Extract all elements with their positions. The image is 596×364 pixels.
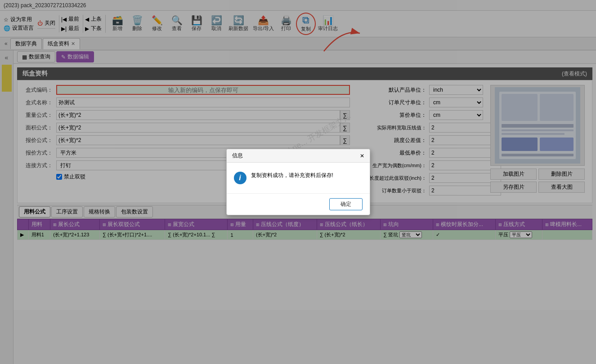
dialog-header: 信息 ✕ [227,149,370,163]
dialog-ok-button[interactable]: 确定 [329,198,363,210]
dialog-title: 信息 [232,152,243,160]
dialog-message: 复制资料成功，请补充资料后保存! [251,172,333,179]
dialog-close-btn[interactable]: ✕ [360,153,364,159]
dialog-body: i 复制资料成功，请补充资料后保存! [227,163,370,193]
info-icon: i [234,172,246,184]
dialog-overlay: 信息 ✕ i 复制资料成功，请补充资料后保存! 确定 [0,0,596,364]
dialog-footer: 确定 [227,193,370,215]
info-dialog: 信息 ✕ i 复制资料成功，请补充资料后保存! 确定 [226,149,370,215]
